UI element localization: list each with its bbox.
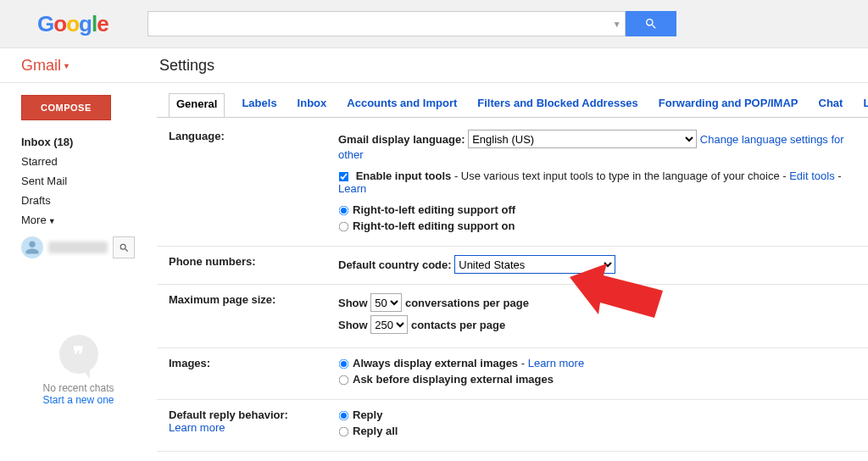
sidebar-nav-item[interactable]: More▼: [21, 210, 157, 230]
page-title: Settings: [159, 57, 214, 75]
search-icon: [644, 17, 658, 31]
search-options-dropdown[interactable]: ▼: [609, 19, 625, 29]
profile-search-button[interactable]: [113, 236, 135, 258]
compose-button[interactable]: COMPOSE: [21, 95, 111, 120]
search-icon: [119, 242, 130, 253]
reply-radio[interactable]: [339, 411, 349, 421]
rtl-off-radio[interactable]: [339, 206, 349, 216]
search-button[interactable]: [626, 11, 676, 36]
sidebar-nav-item[interactable]: Starred: [21, 152, 157, 171]
sidebar-nav-item[interactable]: Sent Mail: [21, 171, 157, 191]
section-pagesize-label: Maximum page size:: [169, 293, 338, 337]
search-box[interactable]: ▼: [147, 11, 626, 36]
settings-tab[interactable]: Chat: [815, 93, 847, 117]
profile-name: [48, 242, 108, 253]
conversations-per-page-select[interactable]: 50: [370, 293, 402, 312]
reply-all-radio[interactable]: [339, 427, 349, 437]
images-learn-more-link[interactable]: Learn more: [528, 357, 584, 369]
google-logo[interactable]: Google: [12, 9, 115, 39]
settings-tab[interactable]: Forwarding and POP/IMAP: [655, 93, 802, 117]
default-country-label: Default country code:: [338, 258, 452, 271]
display-language-select[interactable]: English (US): [468, 130, 697, 148]
person-icon: [25, 240, 40, 255]
input-tools-learn-link[interactable]: Learn: [338, 182, 366, 195]
settings-tab[interactable]: Accounts and Import: [343, 93, 460, 117]
rtl-on-label: Right-to-left editing support on: [353, 219, 515, 232]
rtl-off-label: Right-to-left editing support off: [353, 203, 515, 216]
enable-input-tools-checkbox[interactable]: [339, 172, 349, 182]
display-language-label: Gmail display language:: [338, 133, 465, 146]
reply-learn-more-link[interactable]: Learn more: [169, 421, 225, 434]
edit-tools-link[interactable]: Edit tools: [789, 169, 834, 182]
images-ask-radio[interactable]: [339, 375, 349, 386]
section-images-label: Images:: [169, 357, 338, 389]
sidebar-nav-item[interactable]: Inbox (18): [21, 132, 157, 152]
images-always-radio[interactable]: [339, 359, 349, 369]
gmail-dropdown[interactable]: Gmail▼: [21, 57, 70, 75]
search-input[interactable]: [148, 12, 609, 36]
enable-input-tools-label: Enable input tools: [356, 169, 452, 182]
contacts-per-page-select[interactable]: 250: [370, 315, 408, 334]
default-country-select[interactable]: United States: [454, 255, 615, 274]
rtl-on-radio[interactable]: [339, 222, 349, 232]
settings-tab[interactable]: Filters and Blocked Addresses: [474, 93, 642, 117]
settings-tab[interactable]: General: [169, 93, 225, 118]
no-recent-chats-label: No recent chats: [21, 382, 136, 394]
settings-tab[interactable]: Inbox: [294, 93, 331, 117]
settings-tab[interactable]: Labs: [860, 93, 868, 117]
hangouts-icon: ❞: [59, 335, 98, 374]
section-phone-label: Phone numbers:: [169, 255, 338, 274]
sidebar-nav-item[interactable]: Drafts: [21, 191, 157, 210]
section-language-label: Language:: [169, 130, 338, 236]
settings-tab[interactable]: Labels: [238, 93, 280, 117]
enable-input-tools-desc: - Use various text input tools to type i…: [451, 169, 789, 182]
section-reply-label: Default reply behavior:Learn more: [169, 408, 338, 441]
avatar[interactable]: [21, 236, 43, 258]
start-new-chat-link[interactable]: Start a new one: [21, 394, 136, 406]
